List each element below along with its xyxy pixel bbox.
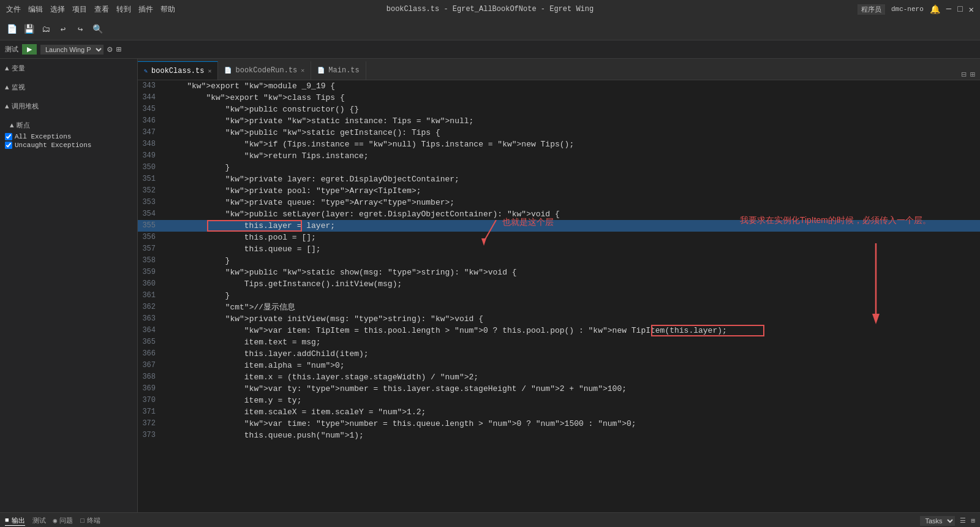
save-icon[interactable]: 💾 (22, 23, 36, 36)
problems-label: 问题 (59, 516, 73, 525)
minimize-button[interactable]: ─ (946, 4, 951, 14)
line-number-353: 353 (138, 197, 165, 208)
line-number-348: 348 (138, 138, 165, 150)
code-line-344: 344 "kw">export "kw">class Tips { (138, 92, 980, 104)
save-all-icon[interactable]: 🗂 (39, 23, 53, 36)
code-line-353: 353 "kw">private queue: "type">Array<"ty… (138, 197, 980, 208)
code-line-351: 351 "kw">private layer: egret.DisplayObj… (138, 173, 980, 185)
new-file-icon[interactable]: 📄 (5, 23, 18, 36)
code-editor[interactable]: 343 "kw">export "kw">module _9_19 {344 "… (138, 80, 980, 512)
callstack-section: ▲ 调用堆栈 (0, 97, 137, 116)
line-content-361: } (165, 290, 980, 301)
panel-tab-problems[interactable]: ◉ 问题 (53, 516, 74, 525)
code-line-360: 360 Tips.getInstance().initView(msg); (138, 278, 980, 290)
code-line-369: 369 "kw">var ty: "type">number = this.la… (138, 383, 980, 395)
callstack-header[interactable]: ▲ 调用堆栈 (0, 99, 137, 113)
close-button[interactable]: ✕ (969, 4, 974, 15)
menu-view[interactable]: 查看 (94, 4, 109, 15)
panel-tab-output[interactable]: ■ 输出 (5, 516, 25, 526)
line-content-363: "kw">private initView(msg: "type">string… (165, 313, 980, 325)
line-content-356: this.pool = []; (165, 232, 980, 243)
tab-bookcoderun[interactable]: 📄 bookCodeRun.ts ✕ (218, 61, 311, 80)
bp-uncaught-exceptions: Uncaught Exceptions (5, 141, 132, 150)
redo-icon[interactable]: ↪ (74, 23, 87, 36)
line-number-345: 345 (138, 104, 165, 115)
variables-header[interactable]: ▲ 变量 (0, 61, 137, 75)
menu-file[interactable]: 文件 (6, 4, 21, 15)
main-toolbar: 📄 💾 🗂 ↩ ↪ 🔍 (0, 18, 980, 40)
line-content-366: this.layer.addChild(item); (165, 348, 980, 360)
menu-plugin[interactable]: 插件 (138, 4, 153, 15)
tab-bookclass-close[interactable]: ✕ (208, 67, 211, 75)
line-number-373: 373 (138, 430, 165, 441)
code-line-373: 373 this.queue.push("num">1); (138, 430, 980, 441)
breakpoints-arrow: ▲ (10, 122, 14, 129)
line-number-343: 343 (138, 80, 165, 92)
breakpoints-header[interactable]: ▲ 断点 (5, 118, 132, 132)
line-content-349: "kw">return Tips.instance; (165, 150, 980, 162)
search-icon[interactable]: 🔍 (91, 23, 104, 36)
menu-select[interactable]: 选择 (50, 4, 65, 15)
menu-help[interactable]: 帮助 (160, 4, 175, 15)
line-number-351: 351 (138, 173, 165, 185)
panel-expand-icon[interactable]: ⊞ (971, 517, 975, 525)
bp-uncaught-checkbox[interactable] (5, 142, 12, 149)
panel-tab-terminal[interactable]: □ 终端 (80, 516, 100, 525)
menu-project[interactable]: 项目 (72, 4, 87, 15)
tab-bookcoderun-label: bookCodeRun.ts (235, 66, 297, 75)
line-number-344: 344 (138, 92, 165, 104)
user-name: dmc-nero (891, 6, 924, 13)
test-panel-label: 测试 (32, 516, 46, 525)
user-role: 程序员 (858, 4, 885, 15)
terminal-icon[interactable]: ⊞ (116, 44, 121, 55)
line-number-350: 350 (138, 162, 165, 173)
bp-all-checkbox[interactable] (5, 133, 12, 140)
line-content-348: "kw">if (Tips.instance == "kw">null) Tip… (165, 138, 980, 150)
line-content-359: "kw">public "kw">static show(msg: "type"… (165, 267, 980, 278)
tab-bookcoderun-close[interactable]: ✕ (301, 67, 304, 74)
toggle-panel-icon[interactable]: ⊞ (970, 69, 975, 80)
tab-bookclass[interactable]: ✎ bookClass.ts ✕ (138, 61, 218, 80)
notification-icon[interactable]: 🔔 (930, 4, 940, 15)
watch-section: ▲ 监视 (0, 78, 137, 97)
code-line-362: 362 "cmt">//显示信息 (138, 301, 980, 313)
line-number-347: 347 (138, 127, 165, 138)
line-content-346: "kw">private "kw">static instance: Tips … (165, 115, 980, 127)
line-content-358: } (165, 255, 980, 267)
code-line-363: 363 "kw">private initView(msg: "type">st… (138, 313, 980, 325)
line-content-345: "kw">public constructor() {} (165, 104, 980, 115)
output-icon: ■ (5, 517, 9, 524)
tab-main-icon: 📄 (317, 67, 325, 74)
panel-tab-test[interactable]: 测试 (32, 516, 46, 525)
run-config-select[interactable]: Launch Wing P (40, 45, 104, 55)
code-line-352: 352 "kw">private pool: "type">Array<TipI… (138, 185, 980, 197)
undo-icon[interactable]: ↩ (56, 23, 70, 36)
tab-main-label: Main.ts (328, 66, 359, 75)
line-content-352: "kw">private pool: "type">Array<TipItem>… (165, 185, 980, 197)
menu-goto[interactable]: 转到 (116, 4, 131, 15)
line-number-358: 358 (138, 255, 165, 267)
watch-header[interactable]: ▲ 监视 (0, 80, 137, 94)
tab-main[interactable]: 📄 Main.ts (311, 61, 366, 80)
run-button[interactable]: ▶ (22, 44, 37, 55)
line-number-346: 346 (138, 115, 165, 127)
tasks-select[interactable]: Tasks (920, 516, 955, 526)
variables-arrow: ▲ (5, 65, 9, 72)
terminal-panel-icon: □ (80, 517, 85, 525)
panel-menu-icon[interactable]: ☰ (960, 517, 966, 525)
menu-edit[interactable]: 编辑 (28, 4, 43, 15)
line-content-354: "kw">public setLayer(layer: egret.Displa… (165, 208, 980, 220)
line-number-362: 362 (138, 301, 165, 313)
split-editor-icon[interactable]: ⊟ (961, 69, 966, 80)
line-number-361: 361 (138, 290, 165, 301)
variables-section: ▲ 变量 (0, 59, 137, 78)
code-line-372: 372 "kw">var time: "type">number = this.… (138, 418, 980, 430)
code-line-349: 349 "kw">return Tips.instance; (138, 150, 980, 162)
bp-all-label: All Exceptions (15, 133, 71, 140)
code-line-367: 367 item.alpha = "num">0; (138, 360, 980, 371)
line-number-367: 367 (138, 360, 165, 371)
code-line-370: 370 item.y = ty; (138, 395, 980, 406)
restore-button[interactable]: □ (957, 4, 962, 14)
line-content-362: "cmt">//显示信息 (165, 301, 980, 313)
settings-icon[interactable]: ⚙ (107, 44, 112, 55)
